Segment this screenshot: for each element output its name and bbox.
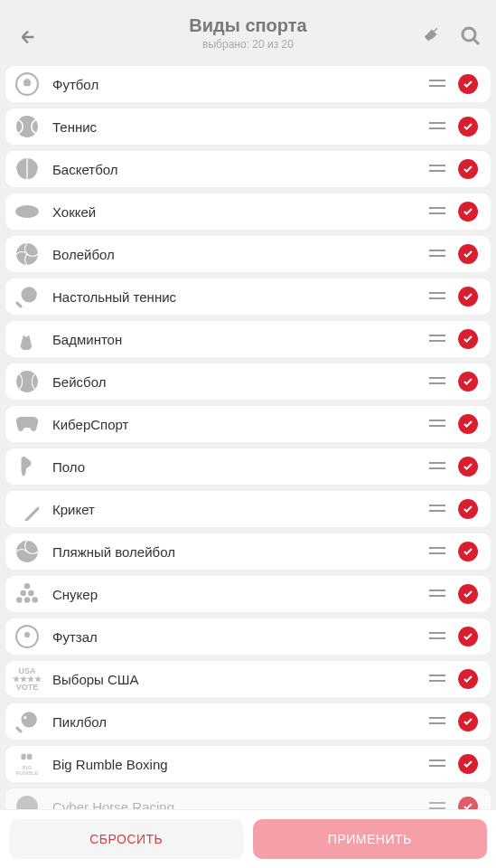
sport-item[interactable]: BIG RUMBLE Big Rumble Boxing — [5, 746, 491, 782]
selected-check-icon[interactable] — [458, 74, 478, 94]
drag-handle-icon[interactable] — [429, 671, 445, 687]
futsal-icon — [14, 624, 40, 649]
sport-item[interactable]: Пляжный волейбол — [5, 533, 491, 570]
selected-check-icon[interactable] — [458, 159, 478, 179]
tennis-icon — [14, 114, 40, 139]
selected-check-icon[interactable] — [458, 117, 478, 137]
selected-check-icon[interactable] — [458, 542, 478, 561]
svg-marker-45 — [24, 632, 31, 638]
sport-label: КиберСпорт — [52, 417, 429, 432]
sport-item[interactable]: Футзал — [5, 618, 491, 655]
badminton-icon — [14, 326, 40, 352]
drag-handle-icon[interactable] — [429, 203, 445, 220]
svg-rect-52 — [15, 726, 23, 733]
drag-handle-icon[interactable] — [429, 331, 445, 347]
selected-check-icon[interactable] — [458, 414, 478, 434]
drag-handle-icon[interactable] — [429, 373, 445, 390]
selected-check-icon[interactable] — [458, 627, 478, 646]
svg-rect-30 — [24, 506, 39, 521]
beachvolley-icon — [14, 539, 40, 564]
sport-label: Хоккей — [52, 204, 429, 220]
sport-item[interactable]: Теннис — [5, 108, 491, 145]
sport-item[interactable]: Футбол — [5, 66, 491, 102]
selected-check-icon[interactable] — [458, 797, 478, 809]
hockey-icon — [14, 199, 40, 224]
header: Виды спорта выбрано: 20 из 20 — [0, 0, 496, 59]
footer: СБРОСИТЬ ПРИМЕНИТЬ — [0, 810, 496, 868]
selected-check-icon[interactable] — [458, 754, 478, 774]
sport-item[interactable]: Хоккей — [5, 193, 491, 230]
sport-label: Баскетбол — [52, 162, 429, 177]
page-title: Виды спорта — [14, 15, 482, 36]
svg-point-37 — [20, 590, 26, 597]
sport-item[interactable]: Баскетбол — [5, 151, 491, 187]
tabletennis-icon — [14, 284, 40, 309]
pickleball-icon — [14, 709, 40, 734]
drag-handle-icon[interactable] — [429, 246, 445, 262]
svg-point-0 — [463, 28, 475, 41]
sport-label: Cyber Horse Racing — [52, 799, 429, 810]
sport-label: Крикет — [52, 502, 429, 517]
svg-point-17 — [22, 287, 37, 302]
search-icon[interactable] — [460, 25, 482, 51]
sport-item[interactable]: Снукер — [5, 576, 491, 612]
sport-label: Футзал — [52, 629, 429, 645]
selected-check-icon[interactable] — [458, 669, 478, 689]
drag-handle-icon[interactable] — [429, 543, 445, 560]
drag-handle-icon[interactable] — [429, 501, 445, 517]
sport-label: Бадминтон — [52, 332, 429, 347]
svg-marker-2 — [23, 79, 32, 87]
drag-handle-icon[interactable] — [429, 416, 445, 432]
sport-label: Пиклбол — [52, 714, 429, 730]
usavote-icon: USA★★★★VOTE — [14, 666, 40, 692]
back-button[interactable] — [18, 27, 38, 51]
header-actions — [422, 25, 482, 51]
apply-button[interactable]: ПРИМЕНИТЬ — [253, 819, 488, 859]
sport-label: Снукер — [52, 587, 429, 602]
sport-label: Теннис — [52, 119, 429, 135]
sport-item[interactable]: Бадминтон — [5, 321, 491, 357]
drag-handle-icon[interactable] — [429, 288, 445, 305]
svg-point-11 — [15, 205, 39, 218]
header-center: Виды спорта выбрано: 20 из 20 — [14, 15, 482, 51]
sport-item[interactable]: Бейсбол — [5, 363, 491, 400]
clear-icon[interactable] — [422, 25, 442, 51]
drag-handle-icon[interactable] — [429, 458, 445, 475]
drag-handle-icon[interactable] — [429, 161, 445, 177]
sport-item[interactable]: Cyber Horse Racing — [5, 788, 491, 809]
drag-handle-icon[interactable] — [429, 586, 445, 602]
selected-check-icon[interactable] — [458, 499, 478, 519]
sport-item[interactable]: Волейбол — [5, 236, 491, 272]
football-icon — [14, 71, 40, 97]
selected-check-icon[interactable] — [458, 457, 478, 476]
sport-item[interactable]: Поло — [5, 448, 491, 485]
sport-item[interactable]: Пиклбол — [5, 703, 491, 740]
drag-handle-icon[interactable] — [429, 713, 445, 730]
selected-check-icon[interactable] — [458, 244, 478, 264]
selected-check-icon[interactable] — [458, 329, 478, 349]
selected-check-icon[interactable] — [458, 584, 478, 604]
drag-handle-icon[interactable] — [429, 118, 445, 135]
svg-point-50 — [22, 712, 37, 727]
drag-handle-icon[interactable] — [429, 756, 445, 772]
drag-handle-icon[interactable] — [429, 76, 445, 92]
sport-label: Выборы США — [52, 672, 429, 687]
sport-item[interactable]: USA★★★★VOTE Выборы США — [5, 661, 491, 697]
sport-item[interactable]: КиберСпорт — [5, 406, 491, 442]
svg-point-57 — [16, 796, 38, 809]
drag-handle-icon[interactable] — [429, 628, 445, 645]
sport-item[interactable]: Крикет — [5, 491, 491, 527]
sport-item[interactable]: Настольный теннис — [5, 278, 491, 315]
sport-label: Big Rumble Boxing — [52, 757, 429, 772]
selected-check-icon[interactable] — [458, 712, 478, 731]
selected-check-icon[interactable] — [458, 372, 478, 392]
reset-button[interactable]: СБРОСИТЬ — [9, 819, 244, 859]
selected-check-icon[interactable] — [458, 287, 478, 307]
selected-check-icon[interactable] — [458, 202, 478, 222]
sport-label: Поло — [52, 459, 429, 475]
drag-handle-icon[interactable] — [429, 798, 445, 809]
sport-label: Футбол — [52, 77, 429, 92]
sport-label: Пляжный волейбол — [52, 544, 429, 560]
snooker-icon — [14, 581, 40, 607]
svg-point-51 — [23, 716, 26, 719]
